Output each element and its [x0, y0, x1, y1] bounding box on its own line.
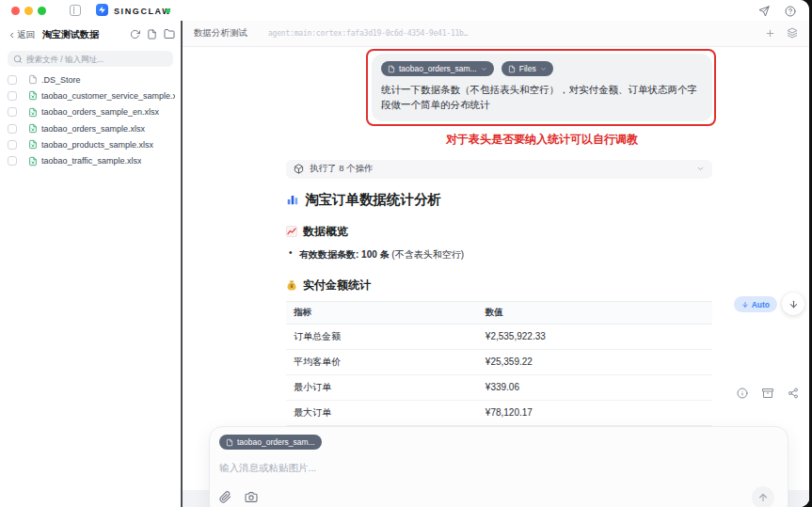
metric-cell: 平均客单价: [286, 349, 478, 374]
refresh-icon[interactable]: [130, 26, 140, 43]
scroll-to-bottom-button[interactable]: [782, 293, 804, 315]
window-zoom-button[interactable]: [38, 7, 46, 15]
arrow-down-icon: [741, 301, 749, 309]
payment-stats-table: 指标 数值 订单总金额 ¥2,535,922.33 平均客单价 ¥25,359.…: [286, 301, 712, 426]
message-composer[interactable]: taobao_orders_sam... 输入消息或粘贴图片...: [209, 426, 788, 507]
excel-file-icon: [28, 107, 38, 118]
app-logo-icon: [96, 4, 108, 16]
share-icon[interactable]: [784, 384, 802, 402]
back-label: 返回: [17, 29, 35, 41]
arrow-down-icon: [788, 299, 799, 309]
excel-file-icon: [28, 156, 38, 166]
tool-operations-toggle[interactable]: 执行了 8 个操作: [286, 160, 712, 179]
files-chip-label: Files: [519, 64, 536, 73]
chevron-down-icon: [481, 66, 487, 72]
file-checkbox[interactable]: [8, 124, 17, 134]
file-row[interactable]: taobao_products_sample.xlsx: [0, 136, 181, 152]
chevron-left-icon: [8, 31, 16, 40]
file-row[interactable]: taobao_traffic_sample.xlsx: [0, 152, 181, 168]
window-titlebar: SINGCLAW: [0, 0, 809, 21]
tab-bar: 数据分析测试 agent:main:cortex:fafa3d19-0c6d-4…: [183, 21, 809, 47]
composer-chip-label: taobao_orders_sam...: [237, 437, 315, 447]
back-button[interactable]: 返回: [8, 29, 35, 41]
annotation-text: 对于表头是否要纳入统计可以自行调教: [372, 132, 712, 148]
search-box: [8, 51, 173, 67]
camera-icon[interactable]: [245, 490, 258, 507]
overview-heading-row: 数据概览: [286, 224, 712, 240]
file-checkbox[interactable]: [8, 75, 17, 85]
file-list: .DS_Store taobao_customer_service_sample…: [0, 71, 181, 169]
message-input[interactable]: 输入消息或粘贴图片...: [219, 462, 778, 475]
overview-note: (不含表头和空行): [390, 249, 464, 260]
file-name: taobao_customer_service_sample.x...: [41, 91, 175, 101]
help-icon[interactable]: [785, 4, 796, 21]
agent-session-id: agent:main:cortex:fafa3d19-0c6d-4354-9e4…: [268, 29, 468, 38]
overview-bullet: 有效数据条数: 100 条 (不含表头和空行): [286, 248, 712, 261]
window-close-button[interactable]: [11, 7, 20, 15]
file-icon: [28, 74, 38, 85]
app-window: SINGCLAW 返回 淘宝测试数据: [0, 0, 809, 507]
file-row[interactable]: taobao_customer_service_sample.x...: [0, 87, 181, 103]
value-cell: ¥339.06: [478, 374, 712, 400]
tab-data-analysis[interactable]: 数据分析测试: [194, 27, 247, 40]
window-minimize-button[interactable]: [24, 7, 33, 15]
archive-icon[interactable]: [758, 384, 776, 402]
excel-file-icon: [28, 139, 38, 150]
search-input[interactable]: [26, 55, 167, 64]
app-name: SINGCLAW: [114, 7, 171, 16]
value-cell: ¥25,359.22: [478, 349, 712, 374]
bar-chart-icon: [286, 193, 299, 206]
new-file-icon[interactable]: [147, 26, 157, 43]
new-tab-icon[interactable]: [765, 25, 775, 42]
metric-cell: 最大订单: [286, 400, 478, 425]
user-message-text: 统计一下数据条数（不包括表头和空行），对实付金额、订单状态两个字段做一个简单的分…: [381, 83, 703, 113]
file-checkbox[interactable]: [8, 140, 17, 150]
file-checkbox[interactable]: [8, 156, 17, 166]
sidebar-title: 淘宝测试数据: [42, 28, 99, 41]
table-header-metric: 指标: [286, 301, 478, 324]
auto-scroll-button[interactable]: Auto: [734, 296, 777, 312]
metric-cell: 订单总金额: [286, 324, 478, 349]
layers-icon[interactable]: [787, 25, 798, 42]
attach-file-icon[interactable]: [219, 490, 231, 507]
table-header-value: 数值: [478, 301, 712, 324]
chat-scroll-area[interactable]: taobao_orders_sam... Files 统计一下数据条数（不包括表…: [183, 47, 809, 507]
file-sidebar: 返回 淘宝测试数据 .DS_Store taobao_customer_ser: [0, 21, 181, 507]
file-checkbox[interactable]: [8, 91, 17, 101]
table-row: 平均客单价 ¥25,359.22: [286, 349, 712, 374]
info-icon[interactable]: [733, 384, 751, 402]
file-row[interactable]: .DS_Store: [0, 71, 181, 87]
money-bag-icon: ¥: [286, 279, 297, 292]
table-row: 最小订单 ¥339.06: [286, 374, 712, 400]
report-title-row: 淘宝订单数据统计分析: [286, 191, 712, 209]
trend-chart-icon: [286, 226, 297, 237]
file-name: .DS_Store: [41, 75, 81, 85]
tool-operations-label: 执行了 8 个操作: [310, 163, 374, 175]
file-row[interactable]: taobao_orders_sample_en.xlsx: [0, 104, 181, 120]
svg-text:¥: ¥: [291, 283, 294, 289]
attachment-chip-label: taobao_orders_sam...: [399, 64, 477, 73]
files-chip[interactable]: Files: [502, 61, 553, 76]
send-button[interactable]: [752, 486, 774, 507]
chevron-down-icon: [540, 66, 547, 72]
payment-heading: 实付金额统计: [303, 277, 371, 293]
send-share-icon[interactable]: [758, 4, 770, 21]
excel-file-icon: [28, 90, 38, 101]
file-icon: [508, 65, 516, 73]
composer-attachment-chip[interactable]: taobao_orders_sam...: [219, 435, 322, 450]
online-status-dot: [166, 8, 170, 13]
excel-file-icon: [28, 123, 38, 134]
overview-heading: 数据概览: [303, 224, 348, 240]
new-folder-icon[interactable]: [164, 26, 175, 43]
attachment-chip[interactable]: taobao_orders_sam...: [381, 61, 494, 76]
arrow-up-icon: [757, 492, 769, 503]
user-message-bubble: taobao_orders_sam... Files 统计一下数据条数（不包括表…: [372, 54, 712, 121]
metric-cell: 最小订单: [286, 374, 478, 400]
value-cell: ¥2,535,922.33: [478, 324, 712, 349]
file-icon: [388, 65, 395, 73]
file-checkbox[interactable]: [8, 107, 17, 117]
file-row[interactable]: taobao_orders_sample.xlsx: [0, 120, 181, 136]
sidebar-toggle-icon[interactable]: [70, 5, 81, 16]
file-name: taobao_traffic_sample.xlsx: [41, 156, 141, 166]
chevron-down-icon: [696, 165, 705, 173]
